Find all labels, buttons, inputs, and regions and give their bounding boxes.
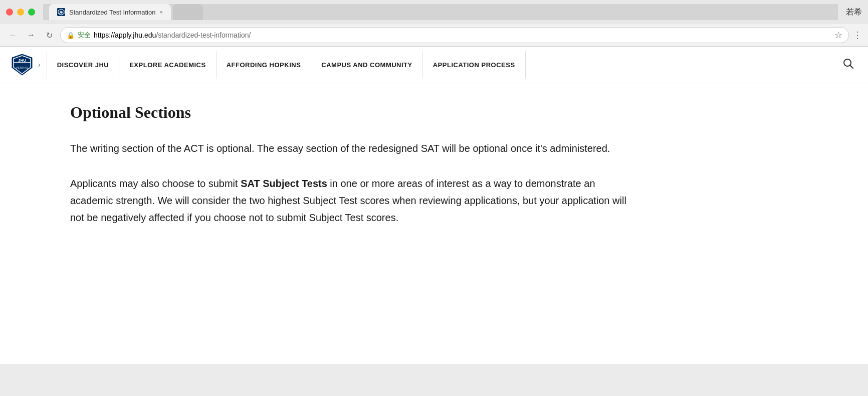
close-button[interactable] [6,9,13,16]
minimize-button[interactable] [17,9,24,16]
logo-chevron-icon: › [38,61,41,69]
maximize-button[interactable] [28,9,35,16]
secure-icon: 🔒 [67,32,75,39]
nav-item-academics[interactable]: EXPLORE ACADEMICS [119,51,216,79]
refresh-button[interactable]: ↻ [42,28,56,42]
tab-close-icon[interactable]: × [159,9,162,15]
nav-items: DISCOVER JHU EXPLORE ACADEMICS AFFORDING… [47,51,839,79]
url-path: /standardized-test-information/ [156,31,251,39]
svg-text:JHU: JHU [18,58,26,63]
nav-item-discover[interactable]: DISCOVER JHU [47,51,120,79]
url-text: https://apply.jhu.edu/standardized-test-… [94,31,251,39]
search-svg [843,58,854,69]
bookmark-icon[interactable]: ☆ [834,30,842,41]
svg-line-10 [850,65,853,68]
url-domain: https://apply.jhu.edu [94,31,156,39]
nav-item-affording[interactable]: AFFORDING HOPKINS [216,51,312,79]
window-controls [6,9,35,16]
paragraph-2-prefix: Applicants may also choose to submit [70,178,241,189]
website-content: JHU VERITAS › DISCOVER JHU EXPLORE ACADE… [0,47,868,364]
tab-favicon: JH [57,8,65,16]
main-content: Optional Sections The writing section of… [0,83,702,364]
tab-title: Standardized Test Information [69,9,155,16]
nav-item-campus[interactable]: CAMPUS AND COMMUNITY [311,51,422,79]
browser-menu-icon[interactable]: ⋮ [853,30,862,41]
nav-item-application[interactable]: APPLICATION PROCESS [423,51,526,79]
paragraph-2: Applicants may also choose to submit SAT… [70,175,631,226]
forward-button[interactable]: → [24,28,38,42]
svg-text:JH: JH [59,11,64,14]
new-tab-area [173,4,203,20]
site-navigation: JHU VERITAS › DISCOVER JHU EXPLORE ACADE… [0,47,868,83]
back-button[interactable]: ← [6,28,20,42]
jhu-shield-logo: JHU VERITAS [10,53,34,77]
site-logo[interactable]: JHU VERITAS › [10,47,43,83]
address-bar: ← → ↻ 🔒 安全 https://apply.jhu.edu/standar… [0,24,868,47]
section-title: Optional Sections [70,103,631,122]
corner-text: 若希 [846,7,862,18]
search-icon[interactable] [839,54,858,76]
svg-text:VERITAS: VERITAS [16,66,28,69]
paragraph-1: The writing section of the ACT is option… [70,140,631,157]
url-bar[interactable]: 🔒 安全 https://apply.jhu.edu/standardized-… [60,27,849,43]
secure-label: 安全 [78,31,91,40]
paragraph-2-bold: SAT Subject Tests [241,178,327,189]
browser-tab[interactable]: JH Standardized Test Information × [49,4,171,20]
